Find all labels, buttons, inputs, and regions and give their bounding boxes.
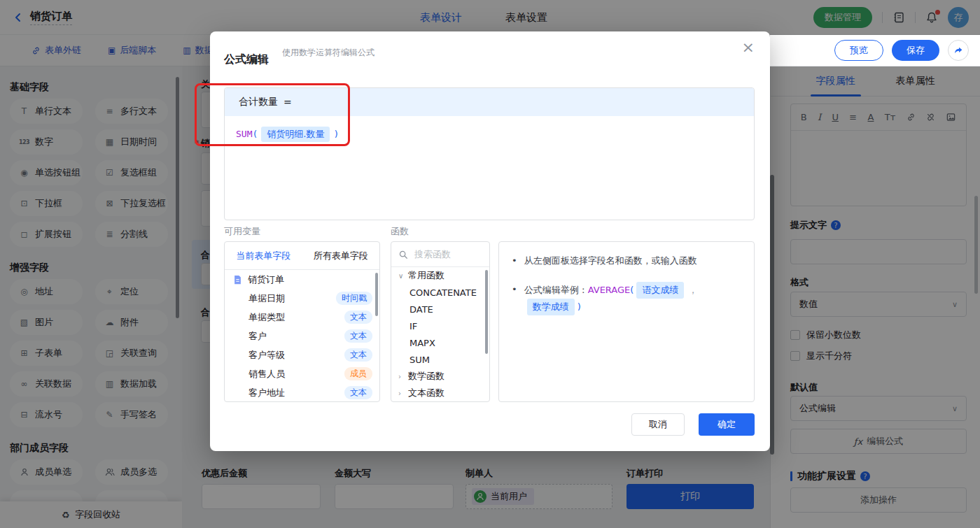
variable-row-客户地址[interactable]: 客户地址文本 [225,383,379,402]
tip-text: 公式编辑举例：AVERAGE(语文成绩，数学成绩) [524,282,741,315]
app-root: 销货订单 表单设计表单设置 数据管理 存 表单外链▣后端脚本▥数据权限 基础字段… [0,0,980,528]
variable-row-销售人员[interactable]: 销售人员成员 [225,364,379,383]
tip-row: •公式编辑举例：AVERAGE(语文成绩，数学成绩) [512,282,741,315]
variables-panel: 当前表单字段所有表单字段 销货订单单据日期时间戳单据类型文本客户文本客户等级文本… [224,241,380,402]
search-icon [398,250,408,259]
functions-panel: ∨常用函数CONCATENATEDATEIFMAPXSUM›数学函数›文本函数 [391,241,490,402]
function-DATE[interactable]: DATE [391,301,489,317]
tip-part: ， [688,285,697,295]
function-group-数学函数[interactable]: ›数学函数 [391,368,489,385]
canvas-actions: 预览 保存 [770,35,980,66]
function-CONCATENATE[interactable]: CONCATENATE [391,284,489,301]
preview-button[interactable]: 预览 [834,40,883,61]
variable-name: 单据类型 [248,311,344,324]
formula-target: 合计数量= [225,88,754,116]
tip-part: ( [630,285,634,295]
function-group-label: 数学函数 [408,370,444,383]
variable-type-badge: 文本 [344,311,372,324]
variable-type-badge: 文本 [344,386,372,399]
variables-root-row[interactable]: 销货订单 [225,270,379,289]
formula-input-area[interactable]: SUM(销货明细.数量) [225,116,754,152]
variable-name: 客户等级 [248,349,344,362]
variables-tab-所有表单字段[interactable]: 所有表单字段 [302,242,380,269]
cancel-button[interactable]: 取消 [631,413,685,436]
function-IF[interactable]: IF [391,317,489,334]
formula-editor: 合计数量= SUM(销货明细.数量) [224,87,755,220]
dialog-subtitle: 使用数学运算符编辑公式 [282,47,374,59]
chevron-down-icon: ∨ [398,272,408,280]
close-icon[interactable]: × [742,40,755,55]
paren: ( [252,129,258,139]
function-search [391,242,489,267]
tip-field-chip[interactable]: 语文成绩 [636,282,684,299]
variable-type-badge: 文本 [344,329,372,343]
chevron-right-icon: › [398,390,408,397]
functions-scrollbar[interactable] [485,270,488,354]
variables-root-label: 销货订单 [248,273,372,286]
tip-row: •从左侧面板选择字段名和函数，或输入函数 [512,253,741,269]
variable-type-badge: 时间戳 [336,292,372,305]
variable-name: 客户地址 [248,387,344,399]
tip-part: 公式编辑举例： [524,285,588,295]
variables-label: 可用变量 [224,225,260,238]
function-MAPX[interactable]: MAPX [391,334,489,351]
variables-tab-当前表单字段[interactable]: 当前表单字段 [225,242,302,269]
function-group-label: 常用函数 [408,269,444,282]
formula-field-chip[interactable]: 销货明细.数量 [261,127,330,142]
dialog-title: 公式编辑 [224,52,269,67]
share-arrow-icon [953,45,963,55]
bullet-icon: • [512,253,517,269]
variable-type-badge: 文本 [344,348,372,362]
function-group-常用函数[interactable]: ∨常用函数 [391,267,489,284]
tips-panel: •从左侧面板选择字段名和函数，或输入函数•公式编辑举例：AVERAGE(语文成绩… [498,241,755,402]
variable-row-单据类型[interactable]: 单据类型文本 [225,308,379,327]
formula-edit-dialog: 公式编辑 使用数学运算符编辑公式 × 合计数量= SUM(销货明细.数量) 可用… [210,31,770,451]
function-search-input[interactable] [413,248,476,260]
tip-part: 从左侧面板选择字段名和函数，或输入函数 [524,255,697,266]
form-doc-icon [233,275,242,285]
share-button[interactable] [948,40,969,61]
tip-part: ) [578,301,581,312]
save-button[interactable]: 保存 [892,40,939,61]
function-group-文本函数[interactable]: ›文本函数 [391,385,489,401]
variable-row-客户等级[interactable]: 客户等级文本 [225,345,379,364]
tip-text: 从左侧面板选择字段名和函数，或输入函数 [524,253,697,269]
variable-name: 单据日期 [248,292,336,305]
bullet-icon: • [512,282,517,297]
variable-row-单据日期[interactable]: 单据日期时间戳 [225,289,379,308]
paren: ) [333,129,339,139]
variables-scrollbar[interactable] [375,273,378,316]
tip-part: AVERAGE [588,285,631,295]
function-SUM[interactable]: SUM [391,351,489,368]
tip-field-chip[interactable]: 数学成绩 [527,299,575,315]
variable-name: 销售人员 [248,368,344,380]
function-group-label: 文本函数 [408,387,444,399]
variable-type-badge: 成员 [344,367,372,380]
formula-function: SUM [236,129,252,139]
chevron-right-icon: › [398,373,408,380]
variable-name: 客户 [248,330,344,343]
confirm-button[interactable]: 确定 [699,413,755,436]
functions-label: 函数 [391,225,409,238]
variable-row-客户[interactable]: 客户文本 [225,327,379,345]
